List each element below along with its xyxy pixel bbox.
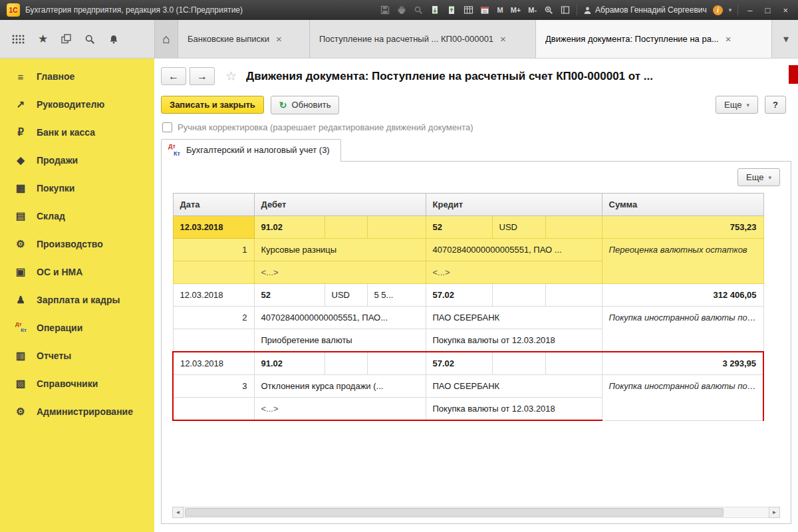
- horizontal-scrollbar: ◄ ►: [172, 507, 780, 518]
- tab-close-icon[interactable]: ×: [276, 33, 282, 45]
- table-row: 12.03.2018 91.02 52 USD 753,23: [173, 216, 763, 239]
- notifications-bell-icon[interactable]: [108, 34, 119, 45]
- calendar-icon[interactable]: 31: [479, 5, 490, 15]
- chevron-down-icon: ▾: [747, 102, 750, 108]
- back-button[interactable]: ←: [161, 67, 186, 85]
- document-toolbar: Записать и закрыть ↻ Обновить Еще ▾ ?: [154, 90, 798, 120]
- sidebar-item-fixed-assets[interactable]: ▣ОС и НМА: [0, 258, 154, 286]
- bank-cash-icon: ₽: [13, 126, 28, 138]
- minimize-button[interactable]: –: [744, 5, 755, 15]
- titlebar-divider: [577, 5, 577, 15]
- search-icon[interactable]: [84, 34, 95, 45]
- tab-document-movements[interactable]: Движения документа: Поступление на ра...…: [536, 20, 772, 58]
- titlebar-toolbar: 31 M M+ M- Абрамов Геннадий Сергеевич i …: [380, 5, 791, 15]
- col-header-date: Дата: [173, 194, 254, 216]
- app-window: 1С Бухгалтерия предприятия, редакция 3.0…: [0, 0, 798, 532]
- quick-access-icons: ★: [0, 20, 154, 58]
- tab-receipt-document[interactable]: Поступление на расчетный ... КП00-000001…: [310, 20, 536, 58]
- calc-memory-m-button[interactable]: M: [496, 6, 503, 14]
- titlebar-divider: [737, 5, 738, 15]
- production-icon: ⚙: [13, 238, 28, 250]
- import-document-icon[interactable]: [430, 5, 440, 15]
- tab-accounting-register[interactable]: ДтКт Бухгалтерский и налоговый учет (3): [161, 139, 341, 162]
- favorites-star-icon[interactable]: ★: [38, 32, 48, 46]
- table-row: 2 40702840000000005551, ПАО... ПАО СБЕРБ…: [173, 307, 763, 329]
- sidebar-item-warehouse[interactable]: ▤Склад: [0, 202, 154, 230]
- main-content: ← → ☆ Движения документа: Поступление на…: [154, 59, 798, 532]
- warehouse-icon: ▤: [13, 210, 28, 222]
- scroll-right-icon[interactable]: ►: [769, 507, 780, 518]
- posting-entry-2: 12.03.2018 52 USD 5 5... 57.02 312 406,0…: [173, 284, 763, 352]
- sidebar-item-administration[interactable]: ⚙Администрирование: [0, 398, 154, 426]
- sidebar-item-directories[interactable]: ▧Справочники: [0, 370, 154, 398]
- tab-close-icon[interactable]: ×: [500, 33, 506, 45]
- table-header-row: Дата Дебет Кредит Сумма: [173, 194, 763, 216]
- sidebar-item-sales[interactable]: ◆Продажи: [0, 146, 154, 174]
- manual-adjustment-checkbox[interactable]: [162, 122, 172, 132]
- table-row: 12.03.2018 52 USD 5 5... 57.02 312 406,0…: [173, 284, 763, 307]
- sidebar-item-operations[interactable]: ДтКт Операции: [0, 314, 154, 342]
- layout-panels-icon[interactable]: [560, 5, 571, 15]
- add-favorite-star-icon[interactable]: ☆: [225, 68, 237, 84]
- svg-text:31: 31: [483, 9, 487, 13]
- salary-hr-icon: ♟: [13, 294, 28, 306]
- sidebar-item-main[interactable]: ≡Главное: [0, 63, 154, 90]
- directories-icon: ▧: [13, 378, 28, 390]
- more-button[interactable]: Еще ▾: [716, 96, 758, 114]
- operations-icon: ДтКт: [13, 322, 28, 334]
- 1c-logo-icon: 1С: [7, 3, 20, 17]
- navigation-row: ← → ☆ Движения документа: Поступление на…: [154, 59, 798, 90]
- help-button[interactable]: ?: [765, 96, 786, 114]
- tab-list-dropdown-icon[interactable]: ▾: [774, 20, 798, 58]
- manual-adjustment-label: Ручная корректировка (разрешает редактир…: [178, 122, 473, 132]
- print-icon[interactable]: [396, 5, 407, 15]
- scrollbar-thumb[interactable]: [185, 508, 724, 517]
- register-more-button[interactable]: Еще ▾: [737, 168, 780, 186]
- info-icon[interactable]: i: [713, 5, 723, 15]
- print-preview-icon[interactable]: [413, 5, 424, 15]
- manual-adjustment-row: Ручная корректировка (разрешает редактир…: [154, 120, 798, 138]
- sidebar-item-production[interactable]: ⚙Производство: [0, 230, 154, 258]
- table-row: 1 Курсовые разницы 40702840000000005551,…: [173, 239, 763, 261]
- history-windows-icon[interactable]: [61, 34, 71, 44]
- administration-icon: ⚙: [13, 406, 28, 418]
- col-header-debit: Дебет: [254, 194, 426, 216]
- maximize-button[interactable]: □: [762, 5, 774, 15]
- window-title: Бухгалтерия предприятия, редакция 3.0 (1…: [25, 5, 243, 15]
- scroll-left-icon[interactable]: ◄: [172, 507, 184, 518]
- register-panel: Еще ▾ Дата Дебет Кредит Сумма: [161, 161, 791, 524]
- save-icon[interactable]: [380, 5, 390, 15]
- user-name: Абрамов Геннадий Сергеевич: [595, 5, 707, 15]
- sidebar-item-bank-cash[interactable]: ₽Банк и касса: [0, 118, 154, 146]
- export-document-icon[interactable]: [446, 5, 457, 15]
- close-button[interactable]: ×: [779, 5, 791, 15]
- save-and-close-button[interactable]: Записать и закрыть: [161, 96, 264, 114]
- refresh-icon: ↻: [279, 100, 287, 110]
- titlebar-menu-caret-icon[interactable]: ▾: [729, 7, 732, 13]
- scrollbar-track[interactable]: [184, 507, 769, 518]
- sidebar-item-salary-hr[interactable]: ♟Зарплата и кадры: [0, 286, 154, 314]
- manager-icon: ↗: [13, 98, 28, 110]
- red-edge-marker: [789, 65, 798, 84]
- calc-memory-mplus-button[interactable]: M+: [510, 6, 522, 14]
- register-tabs: ДтКт Бухгалтерский и налоговый учет (3): [154, 138, 798, 161]
- sidebar-item-manager[interactable]: ↗Руководителю: [0, 90, 154, 118]
- tab-bar: ★ ⌂ Банковские выписки × Поступление на …: [0, 20, 798, 59]
- titlebar: 1С Бухгалтерия предприятия, редакция 3.0…: [0, 0, 798, 20]
- calc-memory-mminus-button[interactable]: M-: [527, 6, 537, 14]
- home-button[interactable]: ⌂: [154, 20, 178, 58]
- table-row: 12.03.2018 91.02 57.02 3 293,95: [173, 352, 763, 375]
- zoom-in-icon[interactable]: [543, 5, 554, 15]
- current-user-button[interactable]: Абрамов Геннадий Сергеевич: [583, 5, 707, 15]
- tab-bank-statements[interactable]: Банковские выписки ×: [178, 20, 310, 58]
- sidebar-item-reports[interactable]: ▥Отчеты: [0, 342, 154, 370]
- page-title: Движения документа: Поступление на расче…: [246, 70, 786, 83]
- forward-button[interactable]: →: [190, 67, 215, 85]
- refresh-button[interactable]: ↻ Обновить: [271, 96, 340, 114]
- tab-close-icon[interactable]: ×: [726, 33, 732, 45]
- sales-icon: ◆: [13, 154, 28, 166]
- show-table-icon[interactable]: [463, 5, 473, 15]
- reports-icon: ▥: [13, 350, 28, 362]
- apps-grid-icon[interactable]: [12, 35, 25, 44]
- sidebar-item-purchases[interactable]: ▦Покупки: [0, 174, 154, 202]
